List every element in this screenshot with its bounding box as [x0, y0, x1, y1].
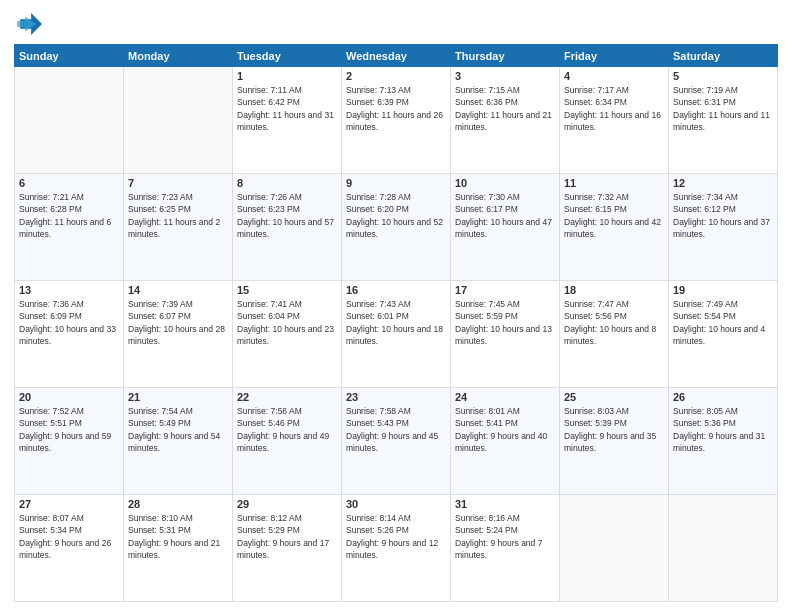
day-number: 16 — [346, 284, 446, 296]
calendar-cell: 2Sunrise: 7:13 AM Sunset: 6:39 PM Daylig… — [342, 67, 451, 174]
day-number: 17 — [455, 284, 555, 296]
day-number: 26 — [673, 391, 773, 403]
calendar-cell: 20Sunrise: 7:52 AM Sunset: 5:51 PM Dayli… — [15, 388, 124, 495]
day-number: 6 — [19, 177, 119, 189]
day-number: 4 — [564, 70, 664, 82]
day-number: 5 — [673, 70, 773, 82]
day-info: Sunrise: 7:56 AM Sunset: 5:46 PM Dayligh… — [237, 405, 337, 454]
day-info: Sunrise: 8:14 AM Sunset: 5:26 PM Dayligh… — [346, 512, 446, 561]
calendar-cell: 21Sunrise: 7:54 AM Sunset: 5:49 PM Dayli… — [124, 388, 233, 495]
calendar-cell: 24Sunrise: 8:01 AM Sunset: 5:41 PM Dayli… — [451, 388, 560, 495]
week-row-1: 1Sunrise: 7:11 AM Sunset: 6:42 PM Daylig… — [15, 67, 778, 174]
weekday-header-saturday: Saturday — [669, 45, 778, 67]
day-info: Sunrise: 7:54 AM Sunset: 5:49 PM Dayligh… — [128, 405, 228, 454]
logo — [14, 10, 46, 38]
day-number: 19 — [673, 284, 773, 296]
day-info: Sunrise: 7:30 AM Sunset: 6:17 PM Dayligh… — [455, 191, 555, 240]
day-info: Sunrise: 8:03 AM Sunset: 5:39 PM Dayligh… — [564, 405, 664, 454]
calendar-cell: 31Sunrise: 8:16 AM Sunset: 5:24 PM Dayli… — [451, 495, 560, 602]
weekday-header-thursday: Thursday — [451, 45, 560, 67]
day-info: Sunrise: 7:15 AM Sunset: 6:36 PM Dayligh… — [455, 84, 555, 133]
calendar-cell: 28Sunrise: 8:10 AM Sunset: 5:31 PM Dayli… — [124, 495, 233, 602]
weekday-header-wednesday: Wednesday — [342, 45, 451, 67]
calendar-cell: 18Sunrise: 7:47 AM Sunset: 5:56 PM Dayli… — [560, 281, 669, 388]
day-info: Sunrise: 7:34 AM Sunset: 6:12 PM Dayligh… — [673, 191, 773, 240]
calendar-cell: 3Sunrise: 7:15 AM Sunset: 6:36 PM Daylig… — [451, 67, 560, 174]
weekday-header-row: SundayMondayTuesdayWednesdayThursdayFrid… — [15, 45, 778, 67]
calendar-cell: 15Sunrise: 7:41 AM Sunset: 6:04 PM Dayli… — [233, 281, 342, 388]
calendar-cell: 25Sunrise: 8:03 AM Sunset: 5:39 PM Dayli… — [560, 388, 669, 495]
day-number: 21 — [128, 391, 228, 403]
weekday-header-tuesday: Tuesday — [233, 45, 342, 67]
calendar-cell — [560, 495, 669, 602]
calendar-cell — [669, 495, 778, 602]
weekday-header-sunday: Sunday — [15, 45, 124, 67]
day-info: Sunrise: 7:36 AM Sunset: 6:09 PM Dayligh… — [19, 298, 119, 347]
calendar-cell: 26Sunrise: 8:05 AM Sunset: 5:36 PM Dayli… — [669, 388, 778, 495]
calendar-cell: 13Sunrise: 7:36 AM Sunset: 6:09 PM Dayli… — [15, 281, 124, 388]
day-number: 8 — [237, 177, 337, 189]
day-info: Sunrise: 7:47 AM Sunset: 5:56 PM Dayligh… — [564, 298, 664, 347]
week-row-2: 6Sunrise: 7:21 AM Sunset: 6:28 PM Daylig… — [15, 174, 778, 281]
day-number: 14 — [128, 284, 228, 296]
week-row-3: 13Sunrise: 7:36 AM Sunset: 6:09 PM Dayli… — [15, 281, 778, 388]
day-number: 29 — [237, 498, 337, 510]
day-info: Sunrise: 7:23 AM Sunset: 6:25 PM Dayligh… — [128, 191, 228, 240]
day-number: 9 — [346, 177, 446, 189]
day-number: 30 — [346, 498, 446, 510]
calendar-cell: 19Sunrise: 7:49 AM Sunset: 5:54 PM Dayli… — [669, 281, 778, 388]
day-number: 1 — [237, 70, 337, 82]
weekday-header-friday: Friday — [560, 45, 669, 67]
calendar-cell: 17Sunrise: 7:45 AM Sunset: 5:59 PM Dayli… — [451, 281, 560, 388]
day-info: Sunrise: 8:10 AM Sunset: 5:31 PM Dayligh… — [128, 512, 228, 561]
day-number: 13 — [19, 284, 119, 296]
day-number: 15 — [237, 284, 337, 296]
day-info: Sunrise: 7:39 AM Sunset: 6:07 PM Dayligh… — [128, 298, 228, 347]
calendar-cell: 4Sunrise: 7:17 AM Sunset: 6:34 PM Daylig… — [560, 67, 669, 174]
day-info: Sunrise: 8:01 AM Sunset: 5:41 PM Dayligh… — [455, 405, 555, 454]
calendar-cell: 23Sunrise: 7:58 AM Sunset: 5:43 PM Dayli… — [342, 388, 451, 495]
calendar-cell: 6Sunrise: 7:21 AM Sunset: 6:28 PM Daylig… — [15, 174, 124, 281]
day-info: Sunrise: 7:58 AM Sunset: 5:43 PM Dayligh… — [346, 405, 446, 454]
day-number: 31 — [455, 498, 555, 510]
calendar-cell: 30Sunrise: 8:14 AM Sunset: 5:26 PM Dayli… — [342, 495, 451, 602]
day-number: 18 — [564, 284, 664, 296]
day-info: Sunrise: 7:21 AM Sunset: 6:28 PM Dayligh… — [19, 191, 119, 240]
day-number: 27 — [19, 498, 119, 510]
calendar-cell: 12Sunrise: 7:34 AM Sunset: 6:12 PM Dayli… — [669, 174, 778, 281]
calendar-cell: 8Sunrise: 7:26 AM Sunset: 6:23 PM Daylig… — [233, 174, 342, 281]
calendar-cell: 10Sunrise: 7:30 AM Sunset: 6:17 PM Dayli… — [451, 174, 560, 281]
day-number: 3 — [455, 70, 555, 82]
calendar-cell: 27Sunrise: 8:07 AM Sunset: 5:34 PM Dayli… — [15, 495, 124, 602]
day-number: 7 — [128, 177, 228, 189]
day-info: Sunrise: 8:16 AM Sunset: 5:24 PM Dayligh… — [455, 512, 555, 561]
calendar-cell: 9Sunrise: 7:28 AM Sunset: 6:20 PM Daylig… — [342, 174, 451, 281]
day-info: Sunrise: 7:41 AM Sunset: 6:04 PM Dayligh… — [237, 298, 337, 347]
calendar-cell: 1Sunrise: 7:11 AM Sunset: 6:42 PM Daylig… — [233, 67, 342, 174]
day-info: Sunrise: 7:26 AM Sunset: 6:23 PM Dayligh… — [237, 191, 337, 240]
day-number: 22 — [237, 391, 337, 403]
weekday-header-monday: Monday — [124, 45, 233, 67]
day-info: Sunrise: 7:49 AM Sunset: 5:54 PM Dayligh… — [673, 298, 773, 347]
day-info: Sunrise: 8:07 AM Sunset: 5:34 PM Dayligh… — [19, 512, 119, 561]
day-info: Sunrise: 7:32 AM Sunset: 6:15 PM Dayligh… — [564, 191, 664, 240]
calendar-table: SundayMondayTuesdayWednesdayThursdayFrid… — [14, 44, 778, 602]
day-number: 2 — [346, 70, 446, 82]
day-info: Sunrise: 8:12 AM Sunset: 5:29 PM Dayligh… — [237, 512, 337, 561]
page: SundayMondayTuesdayWednesdayThursdayFrid… — [0, 0, 792, 612]
day-info: Sunrise: 7:17 AM Sunset: 6:34 PM Dayligh… — [564, 84, 664, 133]
day-number: 24 — [455, 391, 555, 403]
day-info: Sunrise: 7:28 AM Sunset: 6:20 PM Dayligh… — [346, 191, 446, 240]
day-info: Sunrise: 8:05 AM Sunset: 5:36 PM Dayligh… — [673, 405, 773, 454]
day-number: 28 — [128, 498, 228, 510]
calendar-cell: 14Sunrise: 7:39 AM Sunset: 6:07 PM Dayli… — [124, 281, 233, 388]
logo-icon — [14, 10, 42, 38]
week-row-4: 20Sunrise: 7:52 AM Sunset: 5:51 PM Dayli… — [15, 388, 778, 495]
calendar-cell: 7Sunrise: 7:23 AM Sunset: 6:25 PM Daylig… — [124, 174, 233, 281]
day-number: 10 — [455, 177, 555, 189]
day-info: Sunrise: 7:43 AM Sunset: 6:01 PM Dayligh… — [346, 298, 446, 347]
calendar-cell: 11Sunrise: 7:32 AM Sunset: 6:15 PM Dayli… — [560, 174, 669, 281]
calendar-cell — [15, 67, 124, 174]
day-number: 11 — [564, 177, 664, 189]
day-info: Sunrise: 7:19 AM Sunset: 6:31 PM Dayligh… — [673, 84, 773, 133]
